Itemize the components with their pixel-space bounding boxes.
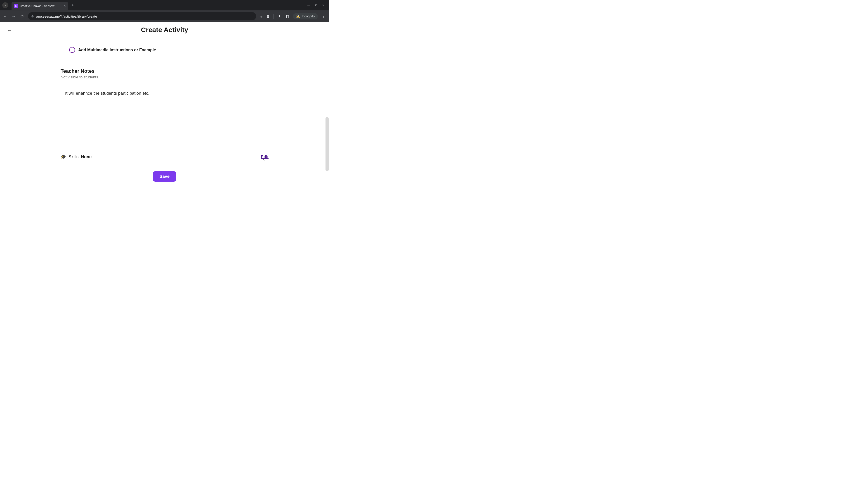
tab-bar: ▾ S Creative Canvas - Seesaw ✕ ＋ — ◻ ✕ [0, 0, 329, 10]
skills-label: Skills: [68, 154, 81, 159]
close-window-icon[interactable]: ✕ [322, 4, 324, 7]
window-controls: — ◻ ✕ [307, 4, 327, 7]
menu-icon[interactable]: ⋮ [322, 14, 326, 19]
incognito-icon: 🕵 [296, 14, 300, 18]
scrollbar-thumb[interactable] [326, 117, 329, 171]
back-arrow-icon[interactable]: ← [7, 28, 12, 33]
edit-skills-link[interactable]: Edit [261, 155, 269, 159]
new-tab-button[interactable]: ＋ [71, 3, 74, 8]
minimize-icon[interactable]: — [307, 4, 310, 7]
teacher-notes-content[interactable]: It will enahnce the students participati… [65, 91, 269, 96]
skills-display: 🎓 Skills: None [61, 154, 92, 160]
forward-button[interactable]: → [11, 14, 16, 19]
chevron-down-icon: ▾ [4, 4, 6, 7]
close-icon[interactable]: ✕ [64, 4, 66, 7]
url-text: app.seesaw.me/#/activities/library/creat… [36, 14, 97, 18]
page-title: Create Activity [141, 26, 188, 34]
teacher-notes-title: Teacher Notes [61, 68, 269, 74]
skills-value: None [81, 154, 92, 159]
side-panel-icon[interactable]: ◧ [285, 14, 289, 19]
browser-chrome: ▾ S Creative Canvas - Seesaw ✕ ＋ — ◻ ✕ ←… [0, 0, 329, 22]
app-header: ← Create Activity [0, 22, 329, 37]
skills-row: 🎓 Skills: None Edit [61, 154, 269, 160]
favicon-letter: S [15, 4, 17, 7]
teacher-notes-subtitle: Not visible to students. [61, 75, 269, 79]
address-bar: ← → ⟳ ⚙ app.seesaw.me/#/activities/libra… [0, 10, 329, 22]
teacher-notes-section: Teacher Notes Not visible to students. I… [61, 68, 269, 96]
bookmark-icon[interactable]: ☆ [259, 14, 262, 19]
browser-tab[interactable]: S Creative Canvas - Seesaw ✕ [11, 2, 68, 10]
graduation-cap-icon: 🎓 [61, 154, 66, 160]
tab-favicon: S [14, 4, 18, 8]
add-multimedia-button[interactable]: + Add Multimedia Instructions or Example [69, 47, 269, 53]
save-bar: Save [0, 168, 329, 184]
tab-search-dropdown[interactable]: ▾ [2, 2, 8, 8]
incognito-label: Incognito [302, 14, 315, 18]
save-button[interactable]: Save [153, 171, 176, 182]
omnibox[interactable]: ⚙ app.seesaw.me/#/activities/library/cre… [28, 12, 256, 20]
tab-title: Creative Canvas - Seesaw [20, 4, 62, 8]
main-form: + Add Multimedia Instructions or Example… [61, 37, 269, 96]
incognito-indicator[interactable]: 🕵 Incognito [293, 13, 318, 20]
add-multimedia-label: Add Multimedia Instructions or Example [78, 48, 156, 53]
reload-button[interactable]: ⟳ [20, 14, 25, 19]
back-button[interactable]: ← [2, 14, 8, 19]
toolbar-right: ☆ ⊞ ⭳ ◧ 🕵 Incognito ⋮ [259, 13, 327, 20]
downloads-icon[interactable]: ⭳ [278, 14, 281, 18]
maximize-icon[interactable]: ◻ [315, 4, 317, 7]
plus-circle-icon: + [69, 47, 75, 53]
page-content: ← Create Activity + Add Multimedia Instr… [0, 22, 329, 184]
extensions-icon[interactable]: ⊞ [267, 14, 270, 19]
site-info-icon[interactable]: ⚙ [31, 15, 34, 18]
